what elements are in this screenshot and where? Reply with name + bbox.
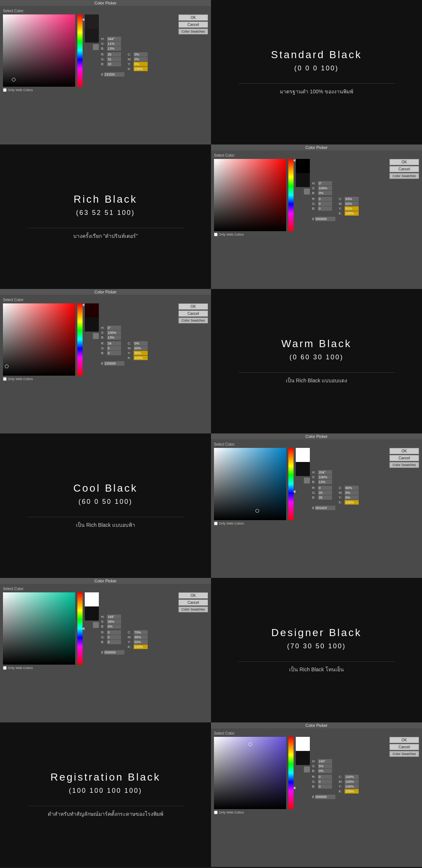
picker-circle[interactable] (12, 78, 16, 82)
hsb-field-row: S: 39% (101, 619, 208, 624)
k-field-row: K: 100% (101, 67, 208, 71)
cancel-button[interactable]: Cancel (178, 310, 208, 317)
k-field-row: K: 100% (312, 500, 419, 505)
hsb-field-row: H: 0° (312, 181, 419, 186)
field-input[interactable]: 100% (107, 330, 121, 335)
rgb-cmyk-field-row: R: 0 C: 60% (312, 486, 419, 490)
cancel-button[interactable]: Cancel (389, 166, 419, 172)
only-web-checkbox[interactable] (3, 88, 7, 92)
color-picker-cell: Color Picker Select Color: (0, 578, 211, 722)
hue-strip[interactable] (77, 303, 83, 376)
hue-strip[interactable] (77, 14, 83, 87)
only-web-colors[interactable]: Only Web Colors (214, 522, 419, 525)
field-input[interactable]: 204° (318, 470, 332, 475)
field-label2: Y: (339, 207, 344, 210)
select-color-label: Select Color: (3, 587, 208, 591)
field-input[interactable]: 100% (318, 186, 332, 190)
preview-icon (304, 189, 310, 194)
cancel-button[interactable]: Cancel (389, 455, 419, 461)
field-input[interactable]: 11% (107, 41, 121, 46)
hue-strip[interactable] (288, 159, 294, 231)
swatches-button[interactable]: Color Swatches (178, 29, 208, 34)
rgb-cmyk-field-row: B: 0 Y: 51% (312, 206, 419, 211)
hex-label: # (312, 217, 314, 221)
field-label: R: (101, 53, 106, 56)
hex-input[interactable]: 000000 (315, 795, 335, 799)
cell-subtitle: (0 60 30 100) (289, 353, 344, 361)
only-web-checkbox[interactable] (214, 811, 218, 814)
hex-input[interactable]: 231f20 (104, 72, 124, 77)
hex-input[interactable]: 000000 (315, 217, 335, 221)
field-input[interactable]: 13% (107, 46, 121, 51)
hue-strip[interactable] (288, 448, 294, 520)
swatches-button[interactable]: Color Swatches (178, 606, 208, 612)
cancel-button[interactable]: Cancel (389, 744, 419, 750)
field-input[interactable]: 13% (318, 480, 332, 484)
field-input[interactable]: 0% (318, 191, 332, 195)
only-web-checkbox[interactable] (3, 377, 7, 381)
field-input[interactable]: 240° (318, 759, 332, 764)
field-input[interactable]: 0° (107, 326, 121, 330)
cell-subtitle: (70 30 50 100) (287, 642, 346, 650)
cancel-button[interactable]: Cancel (178, 599, 208, 606)
field-label: B: (101, 62, 106, 66)
field-input[interactable]: 100% (318, 475, 332, 479)
field-label: G: (312, 491, 317, 495)
hsb-field-row: H: 240° (312, 759, 419, 764)
field-input[interactable]: 39% (107, 619, 121, 624)
only-web-colors[interactable]: Only Web Colors (3, 88, 208, 92)
only-web-colors[interactable]: Only Web Colors (214, 811, 419, 814)
cancel-button[interactable]: Cancel (178, 21, 208, 28)
ok-button[interactable]: OK (389, 737, 419, 743)
hue-strip[interactable] (288, 737, 294, 809)
picker-circle[interactable] (216, 161, 220, 164)
hex-input[interactable]: 001423 (315, 506, 335, 510)
ok-button[interactable]: OK (389, 448, 419, 454)
picker-circle[interactable] (5, 594, 9, 598)
hex-input[interactable]: 000000 (104, 650, 124, 655)
field-input[interactable]: 344° (107, 37, 121, 41)
cell-desc: เป็น Rich Black โทนเย็น (289, 665, 344, 674)
preview-new (85, 592, 99, 606)
ok-button[interactable]: OK (178, 303, 208, 310)
hue-strip[interactable] (77, 592, 83, 665)
swatches-button[interactable]: Color Swatches (389, 751, 419, 757)
ok-button[interactable]: OK (178, 592, 208, 599)
only-web-colors[interactable]: Only Web Colors (3, 377, 208, 381)
field-label2: M: (339, 491, 344, 495)
field-input[interactable]: 5% (318, 764, 332, 768)
only-web-colors[interactable]: Only Web Colors (3, 666, 208, 670)
picker-right-panel: OK Cancel Color Swatches H: 204° S: 100%… (312, 448, 419, 510)
only-web-checkbox[interactable] (214, 233, 218, 236)
field-input[interactable]: 169° (107, 615, 121, 619)
hex-input[interactable]: 220000 (104, 361, 124, 366)
swatches-button[interactable]: Color Swatches (389, 462, 419, 468)
preview-new (296, 448, 310, 462)
field-label: B: (312, 207, 317, 210)
field-label2: M: (128, 346, 133, 350)
picker-circle[interactable] (5, 365, 9, 368)
picker-circle[interactable] (248, 742, 252, 746)
only-web-label: Only Web Colors (219, 522, 244, 525)
field-input[interactable]: 0% (318, 769, 332, 773)
swatches-button[interactable]: Color Swatches (389, 173, 419, 179)
content-row: Registration Black (100 100 100 100) ดำส… (0, 722, 422, 867)
picker-circle[interactable] (255, 509, 259, 513)
field-input[interactable]: 0° (318, 181, 332, 186)
divider (238, 83, 395, 84)
field-label: S: (312, 475, 317, 479)
preview-new (85, 14, 99, 29)
field-label: B: (101, 625, 106, 628)
only-web-checkbox[interactable] (3, 666, 7, 670)
ok-button[interactable]: OK (178, 14, 208, 21)
swatches-button[interactable]: Color Swatches (178, 317, 208, 323)
hex-row: # 220000 (101, 361, 208, 366)
only-web-checkbox[interactable] (214, 522, 218, 525)
content-row: Color Picker Select Color: (0, 289, 422, 433)
field-input[interactable]: 0% (107, 624, 121, 629)
field-label: R: (312, 486, 317, 490)
ok-button[interactable]: OK (389, 159, 419, 165)
only-web-colors[interactable]: Only Web Colors (214, 233, 419, 236)
field-input[interactable]: 13% (107, 335, 121, 340)
field-label: B: (312, 480, 317, 484)
